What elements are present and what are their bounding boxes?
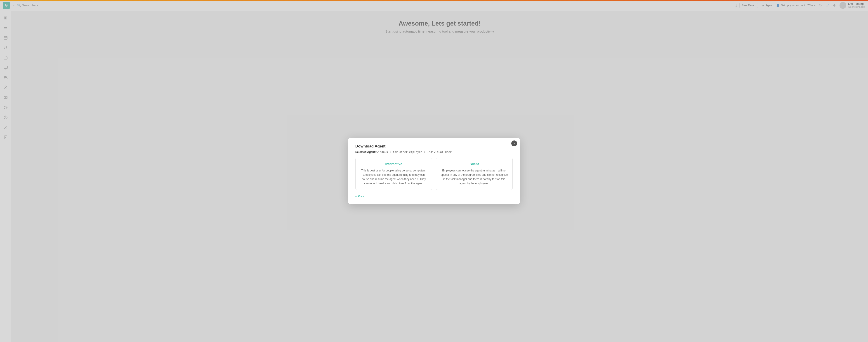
prev-label: Prev <box>358 195 364 198</box>
silent-card-title: Silent <box>440 162 508 166</box>
double-chevron-left-icon: « <box>355 195 357 198</box>
modal-close-button[interactable]: × <box>511 140 517 146</box>
interactive-card-title: Interactive <box>360 162 428 166</box>
silent-card-description: Employees cannot see the agent running a… <box>440 169 508 186</box>
modal-footer: « Prev <box>355 195 513 198</box>
orange-accent-bar <box>0 0 868 1</box>
modal-cards-container: Interactive This is best user for people… <box>355 158 513 190</box>
silent-card[interactable]: Silent Employees cannot see the agent ru… <box>436 158 513 190</box>
agent-breadcrumb: windows > for other employee > Individua… <box>377 150 452 153</box>
prev-button[interactable]: « Prev <box>355 195 364 198</box>
interactive-card[interactable]: Interactive This is best user for people… <box>355 158 432 190</box>
selected-agent-label: Selected Agent: <box>355 150 376 153</box>
modal-overlay: × Download Agent Selected Agent: windows… <box>0 0 868 342</box>
modal-title: Download Agent <box>355 144 513 149</box>
download-agent-modal: × Download Agent Selected Agent: windows… <box>348 138 520 204</box>
modal-selected-agent: Selected Agent: windows > for other empl… <box>355 150 513 153</box>
interactive-card-description: This is best user for people using perso… <box>360 169 428 186</box>
